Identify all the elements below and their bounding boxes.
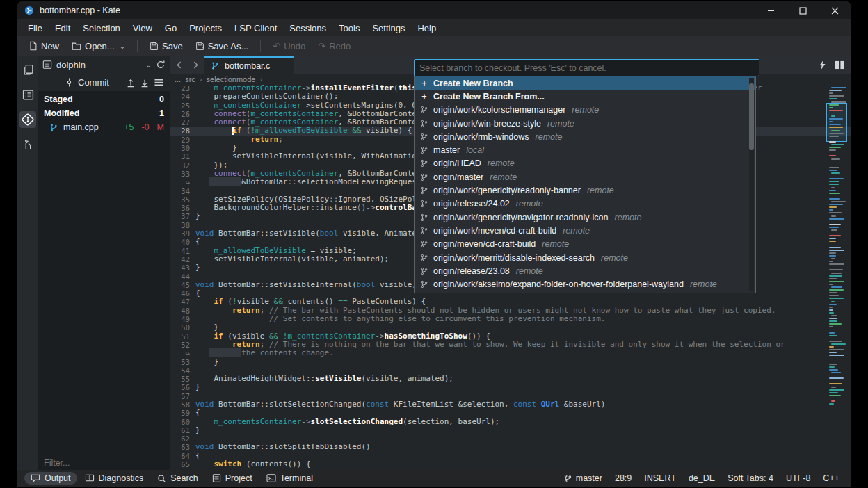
- git-sidebar: dolphin ⌄ Commit Staged 0: [38, 56, 170, 470]
- project-list-icon[interactable]: [19, 86, 36, 103]
- code-line-60[interactable]: 60 m_contentsContainer->slotSelectionCha…: [170, 418, 851, 426]
- menu-go[interactable]: Go: [159, 21, 183, 35]
- statusbar-search-button[interactable]: Search: [151, 472, 204, 485]
- menu-tools[interactable]: Tools: [332, 21, 366, 35]
- nav-back-icon[interactable]: [170, 56, 187, 74]
- input-mode[interactable]: INSERT: [644, 473, 676, 483]
- kate-window: bottombar.cpp - Kate FileEditSelectionVi…: [17, 1, 851, 487]
- branch-scope-tag: remote: [488, 158, 515, 168]
- cursor-position[interactable]: 28:9: [615, 473, 632, 483]
- documents-icon[interactable]: [19, 61, 36, 78]
- staged-group-row[interactable]: Staged 0: [38, 92, 170, 106]
- breadcrumb-ellipsis[interactable]: ...: [175, 75, 181, 83]
- branch-item[interactable]: origin/masterremote: [415, 170, 755, 184]
- filter-input[interactable]: [38, 455, 170, 470]
- branch-action-create-new-branch[interactable]: +Create New Branch: [415, 76, 755, 90]
- save-button[interactable]: Save: [144, 39, 188, 54]
- code-line-58[interactable]: 58void BottomBar::slotSelectionChanged(c…: [170, 400, 851, 409]
- minimap-line: [829, 366, 835, 368]
- line-number: 42: [170, 255, 195, 263]
- branch-item[interactable]: origin/work/win-breeze-styleremote: [415, 117, 755, 130]
- code-line-49[interactable]: 49 // Set contents to anything else to c…: [170, 315, 851, 323]
- statusbar-diagnostics-button[interactable]: Diagnostics: [79, 472, 150, 485]
- commit-button[interactable]: Commit: [44, 77, 122, 88]
- refresh-icon[interactable]: [156, 60, 166, 70]
- branch-action-create-new-branch-from-[interactable]: +Create New Branch From...: [415, 90, 755, 103]
- output-icon: [31, 474, 40, 482]
- menu-selection[interactable]: Selection: [77, 21, 126, 35]
- branch-item[interactable]: origin/work/akselmo/expand-folder-on-hov…: [415, 277, 755, 291]
- modified-file-row[interactable]: main.cpp +5 -0 M: [38, 120, 170, 134]
- branch-list: +Create New Branch+Create New Branch Fro…: [414, 76, 756, 293]
- branch-scope-tag: remote: [490, 172, 517, 182]
- menu-lsp-client[interactable]: LSP Client: [228, 21, 283, 35]
- menu-icon[interactable]: [154, 78, 164, 87]
- minimap-line: [829, 335, 837, 336]
- statusbar-project-button[interactable]: Project: [206, 472, 259, 485]
- lightning-icon[interactable]: [819, 60, 826, 70]
- breadcrumb-src[interactable]: src: [185, 75, 195, 83]
- open-button[interactable]: Open...⌄: [66, 39, 131, 54]
- branch-item[interactable]: origin/work/rmb-windowsremote: [415, 130, 755, 143]
- branch-checkout-popup: +Create New Branch+Create New Branch Fro…: [414, 59, 760, 293]
- maximize-button[interactable]: [787, 1, 819, 19]
- branch-item[interactable]: origin/meven/cd-craft-buildremote: [415, 238, 755, 251]
- menu-sessions[interactable]: Sessions: [283, 21, 332, 35]
- code-line-65[interactable]: 65 switch (contents()) {: [170, 460, 851, 469]
- new-button[interactable]: New: [23, 39, 65, 54]
- modified-group-row[interactable]: Modified 1: [38, 106, 170, 120]
- split-view-icon[interactable]: [835, 60, 845, 70]
- menu-settings[interactable]: Settings: [366, 21, 411, 35]
- branch-item[interactable]: origin/work/genericity/navigator-readonl…: [415, 211, 755, 224]
- code-wrap-row[interactable]: ↪ the contents change.: [170, 349, 851, 357]
- minimap[interactable]: [828, 84, 846, 470]
- branch-item[interactable]: masterlocal: [415, 143, 755, 156]
- branch-item[interactable]: origin/work/merritt/disable-indexed-sear…: [415, 251, 755, 264]
- menu-file[interactable]: File: [22, 21, 49, 35]
- branch-item[interactable]: origin/work/aleksei/dolphin-crash-fixrem…: [415, 291, 755, 293]
- branch-item[interactable]: origin/release/23.08remote: [415, 264, 755, 277]
- branch-search-input[interactable]: [414, 59, 760, 76]
- menu-help[interactable]: Help: [411, 21, 442, 35]
- save-as-button[interactable]: Save As...: [190, 39, 255, 54]
- pull-icon[interactable]: [140, 78, 150, 88]
- code-line-55[interactable]: 55 AnimatedHeightWidget::setVisible(visi…: [170, 375, 851, 383]
- git-branch-indicator[interactable]: master: [563, 473, 602, 483]
- nav-forward-icon[interactable]: [187, 56, 204, 74]
- minimap-line: [829, 389, 844, 391]
- code-line-61[interactable]: 61}: [170, 426, 851, 434]
- line-number: 32: [170, 161, 195, 170]
- branch-icon: [420, 227, 428, 235]
- git-branch-strip-icon[interactable]: [19, 136, 36, 153]
- code-line-53[interactable]: 53 }: [170, 358, 851, 366]
- tab-bottombar-cpp[interactable]: bottombar.c: [204, 56, 294, 74]
- statusbar-terminal-button[interactable]: Terminal: [260, 472, 319, 485]
- branch-item[interactable]: origin/work/kcolorschememanagerremote: [415, 104, 755, 117]
- undo-button[interactable]: ↶Undo: [267, 39, 311, 54]
- encoding[interactable]: UTF-8: [786, 473, 810, 483]
- close-button[interactable]: [819, 1, 851, 19]
- project-selector[interactable]: dolphin ⌄: [42, 60, 152, 70]
- branch-item[interactable]: origin/HEADremote: [415, 157, 755, 170]
- git-panel-icon[interactable]: [19, 111, 36, 128]
- menu-view[interactable]: View: [127, 21, 159, 35]
- dictionary[interactable]: de_DE: [689, 473, 715, 483]
- minimize-button[interactable]: [755, 1, 787, 19]
- line-number: 29: [170, 136, 195, 144]
- breadcrumb-selectionmode[interactable]: selectionmode: [207, 75, 256, 83]
- minimap-line: [829, 349, 844, 350]
- scrollbar-thumb[interactable]: [749, 83, 754, 150]
- branch-item[interactable]: origin/work/meven/cd-craft-buildremote: [415, 224, 755, 237]
- menu-edit[interactable]: Edit: [49, 21, 77, 35]
- tab-label: bottombar.c: [225, 61, 270, 71]
- push-icon[interactable]: [126, 78, 136, 88]
- file-type[interactable]: C++: [823, 473, 839, 483]
- code-line-56[interactable]: 56}: [170, 383, 851, 391]
- tab-settings[interactable]: Soft Tabs: 4: [728, 473, 773, 483]
- branch-item[interactable]: origin/work/genericity/readonly-bannerre…: [415, 184, 755, 197]
- code-line-63[interactable]: 63void BottomBar::slotSplitTabDisabled(): [170, 443, 851, 451]
- statusbar-output-button[interactable]: Output: [24, 472, 77, 485]
- menu-projects[interactable]: Projects: [183, 21, 228, 35]
- branch-item[interactable]: origin/release/24.02remote: [415, 197, 755, 211]
- redo-button[interactable]: ↷Redo: [312, 39, 356, 54]
